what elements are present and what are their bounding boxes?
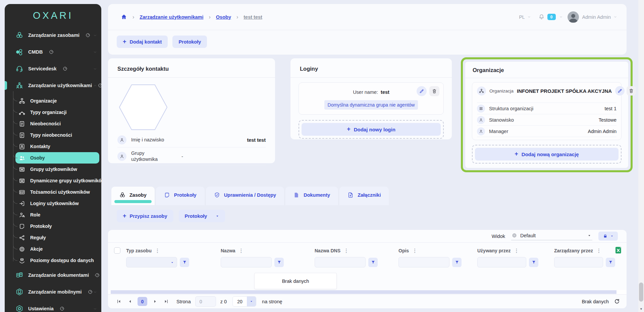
column-menu-icon[interactable]: ⋮ [344, 248, 349, 254]
protocols-button[interactable]: Protokoły [172, 36, 207, 48]
column-menu-icon[interactable]: ⋮ [239, 248, 244, 254]
column-menu-icon[interactable]: ⋮ [596, 248, 601, 254]
home-icon[interactable] [121, 14, 127, 20]
edit-organization-button[interactable] [615, 86, 625, 96]
nazwa-funnel-button[interactable] [274, 258, 284, 267]
caret-down-icon [250, 300, 253, 303]
notification-badge[interactable]: 0 [547, 14, 556, 20]
sidebar-item-loginy[interactable]: Loginy użytkowników [15, 198, 99, 209]
nazwa-filter-input[interactable] [221, 257, 272, 267]
tab-uprawnienia-dostepy[interactable]: Uprawnienia / Dostępy [206, 187, 284, 205]
avatar[interactable] [568, 11, 579, 23]
lock-view-button[interactable] [598, 232, 618, 241]
sidebar-item-tozsamosci[interactable]: Tożsamości użytkowników [15, 186, 99, 198]
sidebar-item-servicedesk[interactable]: Servicedesk [5, 60, 101, 77]
user-name[interactable]: Admin Admin [582, 14, 611, 20]
sidebar-item-zarzadzanie-zasobami[interactable]: Zarządzanie zasobami [5, 27, 101, 44]
app-logo[interactable]: OXARI [5, 4, 101, 27]
tab-zasoby[interactable]: Zasoby [111, 187, 155, 205]
first-page-button[interactable] [115, 298, 123, 306]
language-selector[interactable]: PL [519, 14, 525, 20]
opis-filter-input[interactable] [398, 257, 449, 267]
nazwa-dns-filter-input[interactable] [315, 257, 366, 267]
horizontal-scrollbar-thumb[interactable] [111, 290, 616, 294]
sidebar-item-typy-nieobecnosci[interactable]: Typy nieobecności [15, 129, 99, 141]
zarzadzany-przez-funnel-button[interactable] [606, 258, 615, 267]
tab-dokumenty[interactable]: Dokumenty [285, 187, 338, 205]
column-menu-icon[interactable]: ⋮ [155, 248, 160, 254]
sidebar-item-akcje[interactable]: Akcje [15, 243, 99, 255]
delete-organization-button[interactable] [627, 86, 636, 96]
plus-icon: + [123, 39, 126, 45]
sidebar-item-typy-organizacji[interactable]: Typy organizacji [15, 107, 99, 118]
edit-login-button[interactable] [417, 86, 427, 96]
column-label: Zarządzany przez [554, 248, 593, 253]
previous-page-button[interactable] [126, 298, 134, 306]
bell-icon[interactable] [538, 14, 545, 20]
sidebar-item-protokoly[interactable]: Protokoły [15, 221, 99, 232]
uzywany-przez-funnel-button[interactable] [529, 258, 538, 267]
select-all-checkbox[interactable] [114, 247, 120, 254]
sidebar-item-kontakty[interactable]: Kontakty [15, 141, 99, 152]
nazwa-dns-funnel-button[interactable] [368, 258, 378, 267]
organization-row-structure: Struktura organizacji test 1 [477, 103, 616, 114]
vertical-scrollbar[interactable]: ▼ [638, 0, 644, 312]
add-login-button[interactable]: + Dodaj nowy login [302, 123, 441, 136]
typ-zasobu-filter-select[interactable] [126, 257, 177, 267]
zarzadzany-przez-filter-input[interactable] [554, 257, 603, 267]
assign-resources-button[interactable]: + Przypisz zasoby [117, 210, 173, 222]
add-contact-button[interactable]: + Dodaj kontakt [117, 36, 168, 48]
resources-hexagons-icon [16, 32, 23, 39]
chevron-down-icon[interactable] [613, 15, 617, 19]
sidebar-item-cmdb[interactable]: CMDB [5, 44, 101, 60]
sidebar-item-zarzadzanie-dokumentami[interactable]: Zarządzanie dokumentami [5, 267, 101, 284]
typ-zasobu-funnel-button[interactable] [180, 258, 189, 267]
sidebar-item-reguly[interactable]: Reguły [15, 232, 99, 243]
last-page-button[interactable] [162, 298, 170, 306]
tab-zalaczniki[interactable]: Załączniki [339, 187, 389, 205]
contact-row-label: Imię i nazwisko [131, 137, 164, 143]
column-label: Typ zasobu [126, 248, 152, 253]
opis-funnel-button[interactable] [452, 258, 462, 267]
export-excel-button[interactable] [614, 246, 623, 255]
sidebar-item-label: Kontakty [30, 144, 50, 149]
column-menu-icon[interactable]: ⋮ [514, 248, 519, 254]
page-size-select[interactable]: 20 [232, 296, 256, 307]
sidebar-item-poziomy-dostepu[interactable]: Poziomy dostępu do danych [15, 255, 99, 266]
sidebar-item-zarzadzanie-uzytkownikami[interactable]: Zarządzanie użytkownikami [5, 77, 101, 94]
sidebar-item-dynamiczne-grupy[interactable]: Dynamiczne grupy użytkowników [15, 175, 99, 186]
sidebar-item-label: Reguły [30, 235, 46, 240]
uzywany-przez-filter-input[interactable] [477, 257, 526, 267]
column-header-typ-zasobu[interactable]: Typ zasobu⋮ [126, 243, 221, 254]
sidebar-item-zarzadzanie-mobilnymi[interactable]: Zarządzanie mobilnymi [5, 284, 101, 300]
add-organization-button[interactable]: + Dodaj nową organizację [475, 148, 619, 161]
sidebar-item-organizacje[interactable]: Organizacje [15, 95, 99, 107]
view-label: Widok [492, 234, 505, 239]
sidebar-item-ustawienia[interactable]: Ustawienia [5, 300, 101, 312]
tab-protokoly[interactable]: Protokoły [156, 187, 205, 205]
delete-login-button[interactable] [429, 86, 439, 96]
column-menu-icon[interactable]: ⋮ [412, 248, 417, 254]
page-number-input[interactable] [195, 296, 216, 307]
current-page-button[interactable]: 0 [138, 297, 147, 306]
sidebar-item-osoby[interactable]: Osoby [15, 152, 99, 164]
organization-name: INFONET PROJEKT SPÓŁKA AKCYJNA [517, 88, 612, 94]
sidebar-item-grupy-uzytkownikow[interactable]: Grupy użytkowników [15, 164, 99, 175]
breadcrumb-link-osoby[interactable]: Osoby [216, 14, 231, 20]
breadcrumb-link-users[interactable]: Zarządzanie użytkownikami [140, 14, 203, 20]
top-bar: › Zarządzanie użytkownikami › Osoby › te… [108, 4, 627, 55]
trash-icon [432, 88, 437, 94]
chevron-down-icon[interactable] [559, 15, 563, 19]
column-header-nazwa-dns[interactable]: Nazwa DNS⋮ [315, 243, 398, 254]
vertical-scrollbar-thumb[interactable] [639, 283, 643, 302]
sidebar-item-nieobecnosci[interactable]: Nieobecności [15, 118, 99, 129]
sidebar-item-role[interactable]: Role [15, 209, 99, 221]
next-page-button[interactable] [151, 298, 159, 306]
column-header-nazwa[interactable]: Nazwa⋮ [221, 243, 315, 254]
refresh-icon[interactable] [613, 298, 620, 305]
view-select[interactable]: Default [511, 232, 592, 240]
column-header-opis[interactable]: Opis⋮ [398, 243, 477, 254]
protocols-dropdown-button[interactable]: Protokoły [179, 210, 225, 222]
scroll-down-arrow-icon[interactable]: ▼ [638, 307, 644, 311]
column-header-uzywany-przez[interactable]: Używany przez⋮ [477, 243, 554, 254]
